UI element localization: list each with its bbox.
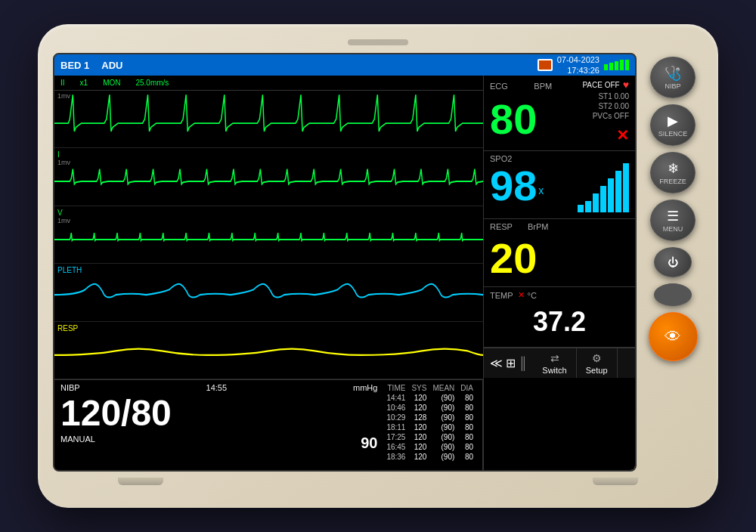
nibp-row-3: 10:29128(90)80 (383, 413, 476, 422)
temp-unit: °C (528, 291, 537, 300)
spo2-bars (578, 163, 629, 212)
nibp-unit: mmHg (353, 383, 377, 392)
switch-icon: ⇄ (550, 352, 559, 364)
waveform-row-I: I 1mv (54, 148, 483, 206)
nav-right-arrow[interactable]: ║ (519, 357, 527, 370)
ecg-I-wave (54, 148, 483, 205)
freeze-label: FREEZE (659, 178, 686, 185)
spo2-bar-6 (615, 171, 621, 212)
waveform-row-V: V 1mv (54, 206, 483, 264)
waveform-header: II x1 MON 25.0mm/s (54, 76, 483, 91)
spo2-suffix: x (538, 184, 544, 196)
temp-box: TEMP ✕ °C 37.2 (484, 287, 635, 348)
nibp-row-7: 18:36120(90)80 (383, 452, 476, 462)
silence-icon: ▶ (668, 113, 678, 129)
resp-value: 20 (490, 237, 629, 280)
battery-bar-4 (620, 60, 624, 70)
spo2-bar-3 (593, 193, 599, 212)
nibp-section: NIBP 14:55 mmHg 120/80 MANUAL 90 (54, 379, 483, 470)
datetime: 07-04-2023 17:43:26 (557, 54, 600, 76)
setup-label: Setup (586, 366, 608, 375)
foot-left (118, 478, 163, 485)
grid-icon: ⊞ (506, 356, 516, 370)
nibp-button[interactable]: 🩺 NIBP (650, 57, 696, 98)
nibp-title: NIBP (60, 383, 80, 392)
spo2-value: 98 (490, 165, 537, 207)
battery-indicator (604, 60, 629, 70)
ecg-lead: II (60, 79, 65, 87)
nibp-header: NIBP 14:55 mmHg (60, 383, 377, 392)
top-bar-left: BED 1 ADU (60, 60, 122, 71)
nav-left-arrow[interactable]: ≪ (490, 356, 503, 370)
setup-icon: ⚙ (592, 352, 602, 364)
nibp-row-6: 16:45120(90)80 (383, 442, 476, 452)
main-content: II x1 MON 25.0mm/s 1mv (54, 76, 635, 470)
date-display: 07-04-2023 (557, 54, 600, 65)
ecg-label: ECG (490, 82, 508, 91)
screen: BED 1 ADU 07-04-2023 17:43:26 (53, 53, 637, 472)
menu-icon: ☰ (667, 208, 679, 224)
ecg-right-info: PACE OFF ♥ ST1 0.00 ST2 0.00 PVCs OFF (582, 79, 629, 120)
ecg-bpm-label: BPM (534, 82, 552, 91)
setup-button[interactable]: ⚙ Setup (577, 348, 618, 378)
ecg-st2: ST2 0.00 (598, 102, 629, 110)
battery-bar-1 (604, 64, 608, 70)
nibp-map: 90 (361, 435, 377, 452)
nibp-value: 120/80 (60, 395, 377, 431)
resp-wave (54, 322, 483, 379)
nibp-table: TIME SYS MEAN DIA 14:41120(90)80 (383, 383, 476, 467)
nav-arrows[interactable]: ≪ ⊞ ║ (484, 356, 533, 370)
ecg-pvcs: PVCs OFF (593, 112, 629, 120)
emergency-button[interactable]: 👁 (649, 312, 698, 361)
heart-icon: ♥ (623, 79, 629, 91)
screen-inner: BED 1 ADU 07-04-2023 17:43:26 (54, 54, 635, 470)
silence-button[interactable]: ▶ SILENCE (650, 104, 696, 146)
freeze-button[interactable]: ❄ FREEZE (650, 152, 696, 193)
vitals-panel: ECG BPM PACE OFF ♥ ST1 0.00 ST2 (484, 76, 635, 470)
spo2-bar-2 (585, 201, 591, 212)
spo2-bar-1 (578, 205, 584, 212)
temp-label: TEMP (490, 291, 513, 300)
bottom-bar: ≪ ⊞ ║ ⇄ Switch ⚙ Setup (484, 348, 635, 378)
nibp-manual: MANUAL (60, 435, 95, 452)
nibp-history-table: TIME SYS MEAN DIA 14:41120(90)80 (383, 383, 476, 462)
time-display: 17:43:26 (557, 65, 600, 76)
switch-button[interactable]: ⇄ Switch (533, 348, 576, 378)
spo2-bar-4 (600, 186, 606, 212)
resp-box: RESP BrPM 20 (484, 219, 635, 287)
ecg-red-x: ✕ (616, 126, 629, 144)
ecg-st1: ST1 0.00 (598, 92, 629, 101)
monitor-feet (118, 478, 638, 485)
nibp-left: NIBP 14:55 mmHg 120/80 MANUAL 90 (60, 383, 377, 467)
spo2-bar-5 (608, 178, 614, 212)
battery-bar-2 (609, 63, 613, 70)
pleth-wave (54, 264, 483, 320)
menu-button[interactable]: ☰ MENU (650, 200, 696, 241)
battery-bar-3 (615, 61, 618, 70)
ecg-mode: MON (103, 79, 120, 87)
nibp-label: NIBP (665, 83, 680, 90)
temp-header: TEMP ✕ °C (490, 290, 629, 300)
nibp-row-2: 10:46120(90)80 (383, 403, 476, 413)
monitor-icon (538, 59, 553, 71)
right-controls: 🩺 NIBP ▶ SILENCE ❄ FREEZE ☰ MENU ⏻ 👁 (643, 53, 703, 472)
power-icon: ⏻ (668, 256, 678, 268)
temp-x-icon: ✕ (518, 290, 525, 300)
brpm-label: BrPM (528, 222, 549, 231)
ecg-gain: x1 (80, 79, 88, 87)
ecg-II-wave (54, 91, 483, 147)
menu-label: MENU (663, 226, 683, 233)
power-button[interactable]: ⏻ (654, 247, 692, 277)
extra-button-1[interactable] (654, 283, 692, 306)
silence-label: SILENCE (658, 131, 688, 138)
switch-label: Switch (542, 366, 566, 375)
spo2-box: SPO2 98 x (484, 151, 635, 219)
ecg-speed: 25.0mm/s (135, 79, 169, 87)
spo2-bar-7 (623, 163, 629, 212)
waveform-row-II: 1mv (54, 91, 483, 148)
monitor-body: BED 1 ADU 07-04-2023 17:43:26 (53, 53, 703, 472)
emergency-icon: 👁 (665, 327, 681, 347)
nibp-icon: 🩺 (665, 65, 681, 82)
nibp-row-5: 17:25120(90)80 (383, 432, 476, 442)
nibp-row-1: 14:41120(90)80 (383, 393, 476, 403)
